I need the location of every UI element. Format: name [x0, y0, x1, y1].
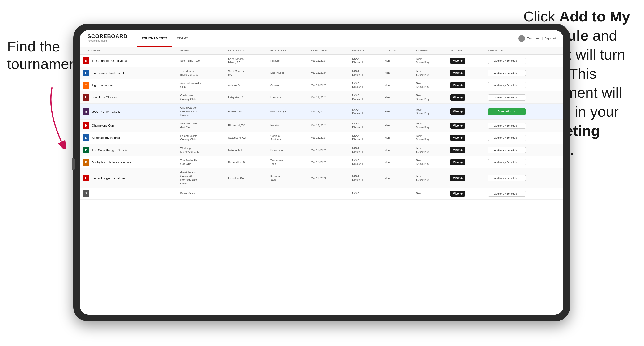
scoring-text: Team,Stroke Play — [416, 108, 429, 115]
add-to-schedule-button[interactable]: Add to My Schedule + — [488, 82, 526, 88]
venue-text: OakbourneCountry Club — [180, 94, 196, 100]
team-logo: B — [83, 147, 90, 153]
hosted-by-text: Grand Canyon — [270, 110, 287, 113]
competing-cell: Add to My Schedule + — [485, 169, 563, 188]
city-state-cell: Saint Charles,MO — [226, 67, 268, 79]
start-date-text: Mar 16, 2024 — [311, 149, 326, 151]
event-name: Louisiana Classics — [92, 96, 117, 99]
avatar — [518, 35, 525, 42]
division-text: NCAADivision I — [352, 122, 363, 129]
city-state-text: Sevierville, TN — [228, 161, 245, 164]
venue-cell: Auburn UniversityClub — [178, 79, 226, 91]
event-name-cell: T Tiger Invitational — [80, 79, 178, 91]
table-row: B The Carpetbagger Classic WorthingtonMa… — [80, 144, 563, 156]
table-row: R The Johnnie - O Individual Sea Palms R… — [80, 55, 563, 67]
division-cell: NCAADivision I — [349, 144, 382, 156]
team-logo: R — [83, 57, 90, 64]
scoring-text: Team,Stroke Play — [416, 159, 429, 165]
venue-text: Grand CanyonUniversity GolfCourse — [180, 106, 198, 116]
start-date-text: Mar 17, 2024 — [311, 177, 326, 179]
scoring-text: Team,Stroke Play — [416, 82, 429, 88]
venue-text: WorthingtonManor Golf Club — [180, 147, 199, 153]
eye-icon: ◉ — [460, 72, 462, 74]
hosted-by-cell — [268, 188, 308, 199]
venue-cell: Brook Valley — [178, 188, 226, 199]
venue-text: Shadow HawkGolf Club — [180, 122, 197, 129]
event-name: Tiger Invitational — [92, 83, 114, 87]
actions-cell: View ◉ — [447, 188, 485, 199]
tab-teams[interactable]: TEAMS — [172, 30, 193, 47]
eye-icon: ◉ — [460, 177, 462, 179]
view-button[interactable]: View ◉ — [450, 70, 466, 76]
add-to-schedule-button[interactable]: Add to My Schedule + — [488, 123, 526, 129]
start-date-text: Mar 13, 2024 — [311, 124, 326, 127]
city-state-cell: Richmond, TX — [226, 120, 268, 132]
view-button[interactable]: View ◉ — [450, 82, 466, 88]
eye-icon: ◉ — [460, 84, 462, 86]
competing-cell: Add to My Schedule + — [485, 156, 563, 169]
start-date-cell: Mar 11, 2024 — [308, 55, 349, 67]
gender-cell: Men — [382, 55, 413, 67]
hosted-by-cell: TennesseeTech — [268, 156, 308, 169]
competing-cell: Add to My Schedule + — [485, 91, 563, 104]
scoring-text: Team,Stroke Play — [416, 122, 429, 129]
hosted-by-cell: Rutgers — [268, 55, 308, 67]
city-state-text: Saint SimonsIsland, GA — [228, 57, 244, 64]
gender-text: Men — [384, 136, 390, 139]
view-button[interactable]: View ◉ — [450, 135, 466, 141]
tablet-frame: SCOREBOARD Powered by clippd TOURNAMENTS… — [73, 24, 570, 321]
division-text: NCAADivision I — [352, 134, 363, 141]
sign-out-link[interactable]: Sign out — [544, 37, 556, 40]
view-button[interactable]: View ◉ — [450, 159, 466, 165]
venue-text: The SeviervilleGolf Club — [180, 159, 198, 165]
add-to-schedule-button[interactable]: Add to My Schedule + — [488, 58, 526, 64]
view-button[interactable]: View ◉ — [450, 58, 466, 64]
col-venue: VENUE — [178, 47, 226, 55]
event-name: Lindenwood Invitational — [92, 71, 124, 75]
add-to-schedule-button[interactable]: Add to My Schedule + — [488, 135, 526, 141]
team-logo: L — [83, 94, 90, 101]
division-cell: NCAADivision I — [349, 91, 382, 104]
city-state-cell: Statesboro, GA — [226, 132, 268, 144]
view-button[interactable]: View ◉ — [450, 94, 466, 101]
start-date-cell: Mar 11, 2024 — [308, 67, 349, 79]
actions-cell: View ◉ — [447, 104, 485, 120]
division-text: NCAADivision I — [352, 57, 363, 64]
add-to-schedule-button[interactable]: Add to My Schedule + — [488, 147, 526, 153]
venue-cell: Shadow HawkGolf Club — [178, 120, 226, 132]
venue-cell: Grand CanyonUniversity GolfCourse — [178, 104, 226, 120]
team-logo: L — [83, 70, 90, 76]
event-name: Champions Cup — [92, 124, 114, 127]
competing-button[interactable]: Competing ✓ — [488, 108, 526, 115]
actions-cell: View ◉ — [447, 55, 485, 67]
city-state-text: Eatonton, GA — [228, 177, 244, 179]
scoring-cell: Team,Stroke Play — [413, 55, 447, 67]
competing-cell: Add to My Schedule + — [485, 132, 563, 144]
event-name-cell: B Bobby Nichols Intercollegiate — [80, 156, 178, 169]
add-to-schedule-button[interactable]: Add to My Schedule + — [488, 190, 526, 197]
division-cell: NCAADivision I — [349, 67, 382, 79]
table-row: S Schenkel Invitational Forest HeightsCo… — [80, 132, 563, 144]
col-actions: ACTIONS — [447, 47, 485, 55]
sidebar-toggle[interactable] — [72, 158, 75, 170]
view-button[interactable]: View ◉ — [450, 108, 466, 115]
add-to-schedule-button[interactable]: Add to My Schedule + — [488, 70, 526, 76]
venue-cell: OakbourneCountry Club — [178, 91, 226, 104]
venue-cell: WorthingtonManor Golf Club — [178, 144, 226, 156]
hosted-by-cell: Louisiana — [268, 91, 308, 104]
venue-text: The MissouriBluffs Golf Club — [180, 70, 198, 76]
table-row: L Louisiana Classics OakbourneCountry Cl… — [80, 91, 563, 104]
start-date-text: Mar 11, 2024 — [311, 84, 326, 86]
view-button[interactable]: View ◉ — [450, 175, 466, 181]
view-button[interactable]: View ◉ — [450, 147, 466, 153]
view-button[interactable]: View ◉ — [450, 190, 466, 197]
nav-tabs: TOURNAMENTS TEAMS — [137, 30, 193, 46]
gender-cell: Men — [382, 132, 413, 144]
add-to-schedule-button[interactable]: Add to My Schedule + — [488, 94, 526, 101]
competing-cell: Add to My Schedule + — [485, 55, 563, 67]
add-to-schedule-button[interactable]: Add to My Schedule + — [488, 175, 526, 181]
start-date-cell: Mar 15, 2024 — [308, 132, 349, 144]
tab-tournaments[interactable]: TOURNAMENTS — [137, 30, 172, 47]
add-to-schedule-button[interactable]: Add to My Schedule + — [488, 159, 526, 165]
view-button[interactable]: View ◉ — [450, 123, 466, 129]
